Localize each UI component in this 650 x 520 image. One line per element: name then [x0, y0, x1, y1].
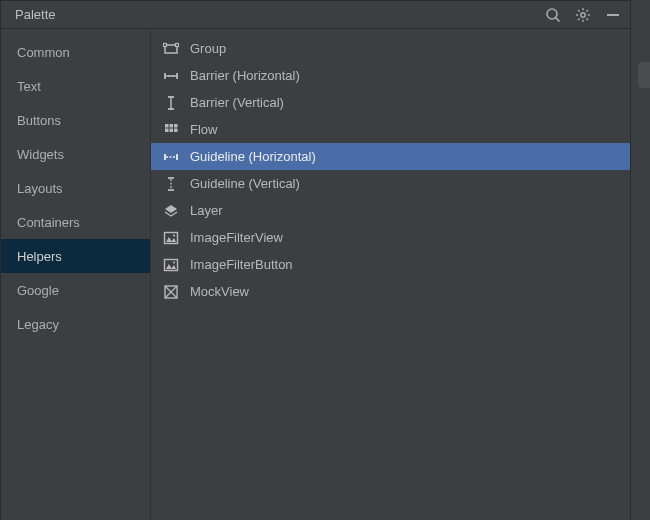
svg-point-2 [581, 12, 585, 16]
image-filter-view-icon [163, 230, 179, 246]
sidebar-item-layouts[interactable]: Layouts [1, 171, 150, 205]
svg-rect-22 [165, 124, 169, 128]
minimize-icon [607, 14, 619, 16]
list-item-label: ImageFilterButton [190, 257, 293, 272]
sidebar-item-label: Buttons [17, 113, 61, 128]
svg-point-17 [168, 75, 170, 77]
palette-title: Palette [15, 7, 544, 22]
list-item-barrier-horizontal[interactable]: Barrier (Horizontal) [151, 62, 630, 89]
gutter-handle[interactable] [638, 62, 650, 88]
sidebar-item-widgets[interactable]: Widgets [1, 137, 150, 171]
svg-marker-36 [166, 237, 172, 242]
palette-panel: Palette [0, 0, 630, 520]
svg-point-18 [172, 75, 174, 77]
header-actions [544, 6, 622, 24]
list-item-guideline-vertical[interactable]: Guideline (Vertical) [151, 170, 630, 197]
svg-point-42 [173, 261, 175, 263]
svg-rect-26 [170, 128, 174, 132]
list-item-imagefilterview[interactable]: ImageFilterView [151, 224, 630, 251]
sidebar-item-label: Containers [17, 215, 80, 230]
right-gutter [630, 0, 650, 520]
sidebar-item-label: Layouts [17, 181, 63, 196]
layer-icon [163, 203, 179, 219]
list-item-label: Barrier (Vertical) [190, 95, 284, 110]
sidebar-item-label: Text [17, 79, 41, 94]
list-item-group[interactable]: Group [151, 35, 630, 62]
guideline-vertical-icon [163, 176, 179, 192]
barrier-vertical-icon [163, 95, 179, 111]
svg-marker-34 [165, 205, 177, 213]
guideline-horizontal-icon [163, 149, 179, 165]
svg-rect-27 [174, 128, 178, 132]
sidebar-item-label: Common [17, 45, 70, 60]
list-item-label: Flow [190, 122, 217, 137]
palette-header: Palette [1, 1, 630, 29]
settings-button[interactable] [574, 6, 592, 24]
svg-marker-41 [171, 265, 176, 269]
svg-rect-13 [176, 43, 179, 46]
palette-body: Common Text Buttons Widgets Layouts Cont… [1, 29, 630, 520]
list-item-layer[interactable]: Layer [151, 197, 630, 224]
sidebar-item-text[interactable]: Text [1, 69, 150, 103]
list-item-label: Guideline (Vertical) [190, 176, 300, 191]
flow-icon [163, 122, 179, 138]
sidebar-item-buttons[interactable]: Buttons [1, 103, 150, 137]
list-item-mockview[interactable]: MockView [151, 278, 630, 305]
sidebar-item-label: Google [17, 283, 59, 298]
svg-marker-40 [166, 264, 172, 269]
list-item-flow[interactable]: Flow [151, 116, 630, 143]
sidebar-item-legacy[interactable]: Legacy [1, 307, 150, 341]
list-item-barrier-vertical[interactable]: Barrier (Vertical) [151, 89, 630, 116]
sidebar-item-label: Legacy [17, 317, 59, 332]
component-list: Group Barrier (Horizontal) Barrier (Vert… [151, 29, 630, 520]
search-icon [545, 7, 561, 23]
gear-icon [575, 7, 591, 23]
minimize-button[interactable] [604, 6, 622, 24]
image-filter-button-icon [163, 257, 179, 273]
search-button[interactable] [544, 6, 562, 24]
sidebar-item-common[interactable]: Common [1, 35, 150, 69]
svg-rect-24 [174, 124, 178, 128]
svg-rect-25 [165, 128, 169, 132]
list-item-label: MockView [190, 284, 249, 299]
sidebar-item-label: Helpers [17, 249, 62, 264]
list-item-imagefilterbutton[interactable]: ImageFilterButton [151, 251, 630, 278]
list-item-label: Group [190, 41, 226, 56]
svg-line-7 [578, 10, 580, 12]
list-item-label: Guideline (Horizontal) [190, 149, 316, 164]
svg-line-10 [586, 10, 588, 12]
sidebar-item-label: Widgets [17, 147, 64, 162]
svg-point-38 [173, 234, 175, 236]
list-item-label: Barrier (Horizontal) [190, 68, 300, 83]
sidebar-item-google[interactable]: Google [1, 273, 150, 307]
mockview-icon [163, 284, 179, 300]
category-sidebar: Common Text Buttons Widgets Layouts Cont… [1, 29, 151, 520]
svg-line-9 [578, 18, 580, 20]
svg-rect-23 [170, 124, 174, 128]
svg-rect-12 [164, 43, 167, 46]
svg-line-1 [556, 17, 560, 21]
svg-marker-37 [171, 238, 176, 242]
sidebar-item-containers[interactable]: Containers [1, 205, 150, 239]
group-icon [163, 41, 179, 57]
list-item-label: ImageFilterView [190, 230, 283, 245]
list-item-label: Layer [190, 203, 223, 218]
svg-line-8 [586, 18, 588, 20]
list-item-guideline-horizontal[interactable]: Guideline (Horizontal) [151, 143, 630, 170]
barrier-horizontal-icon [163, 68, 179, 84]
svg-point-0 [547, 9, 557, 19]
sidebar-item-helpers[interactable]: Helpers [1, 239, 150, 273]
